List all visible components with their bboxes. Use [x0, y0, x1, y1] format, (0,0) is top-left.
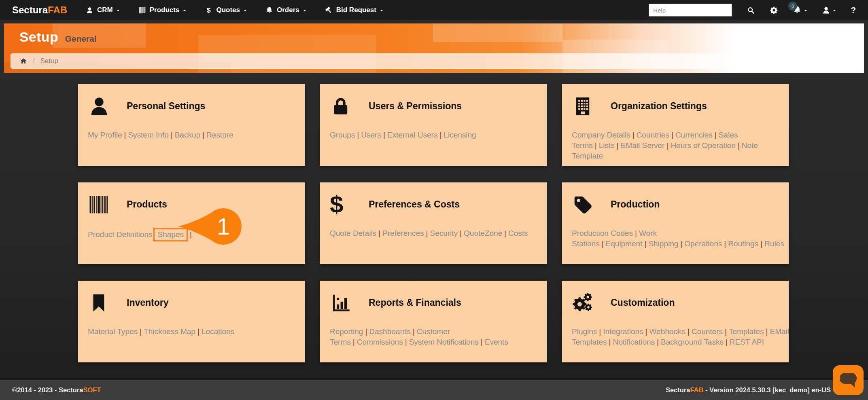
- link-licensing[interactable]: Licensing: [444, 131, 476, 139]
- link-material-types[interactable]: Material Types: [88, 327, 138, 336]
- link-countries[interactable]: Countries: [637, 131, 669, 139]
- card-customization: CustomizationPlugins|Integrations|Webhoo…: [562, 281, 789, 362]
- link-rest-api[interactable]: REST API: [730, 338, 764, 346]
- nav-item-products[interactable]: Products: [138, 6, 187, 14]
- link-groups[interactable]: Groups: [330, 131, 355, 139]
- home-icon[interactable]: [20, 57, 27, 65]
- link-operations[interactable]: Operations: [684, 239, 722, 248]
- top-navbar: SecturaFAB CRMProducts$QuotesOrdersBid R…: [0, 0, 868, 20]
- card-title: Preferences & Costs: [369, 199, 460, 210]
- link-thickness-map[interactable]: Thickness Map: [144, 327, 195, 336]
- link-quotezone[interactable]: QuoteZone: [464, 229, 502, 237]
- link-system-notifications[interactable]: System Notifications: [409, 338, 479, 346]
- nav-item-quotes[interactable]: $Quotes: [205, 6, 247, 14]
- barcode-icon: [138, 6, 146, 14]
- card-links: Groups|Users|External Users|Licensing: [330, 130, 537, 140]
- link-separator: |: [140, 327, 142, 336]
- link-commissions[interactable]: Commissions: [357, 338, 403, 346]
- link-separator: |: [645, 327, 647, 336]
- nav-item-orders[interactable]: Orders: [265, 6, 306, 14]
- link-separator: |: [197, 327, 199, 336]
- link-separator: |: [617, 141, 619, 150]
- link-system-info[interactable]: System Info: [128, 131, 168, 139]
- help-question-icon[interactable]: ?: [851, 5, 856, 15]
- page-header: Setup General / Setup: [4, 23, 864, 73]
- link-templates[interactable]: Templates: [729, 327, 764, 336]
- link-separator: |: [635, 229, 637, 237]
- link-events[interactable]: Events: [485, 338, 508, 346]
- link-backup[interactable]: Backup: [175, 131, 200, 139]
- bookmark-icon: [88, 292, 111, 314]
- brand-logo[interactable]: SecturaFAB: [12, 4, 67, 16]
- link-production-codes[interactable]: Production Codes: [572, 229, 633, 237]
- link-locations[interactable]: Locations: [202, 327, 234, 336]
- help-search-input[interactable]: [649, 4, 732, 17]
- nav-item-crm[interactable]: CRM: [86, 6, 120, 14]
- link-separator: |: [202, 131, 204, 139]
- user-icon: [86, 6, 93, 14]
- setup-page: SecturaFAB CRMProducts$QuotesOrdersBid R…: [0, 0, 868, 400]
- link-plugins[interactable]: Plugins: [572, 327, 597, 336]
- bell-icon: [265, 6, 273, 14]
- user-icon: [88, 95, 111, 118]
- link-users[interactable]: Users: [361, 131, 381, 139]
- card-organization-settings: Organization SettingsCompany Details|Cou…: [562, 84, 789, 166]
- link-separator: |: [726, 338, 728, 346]
- card-links: Material Types|Thickness Map|Locations: [88, 326, 295, 337]
- link-separator: |: [715, 131, 717, 139]
- search-icon[interactable]: [747, 6, 755, 15]
- link-security[interactable]: Security: [430, 229, 458, 237]
- barcode-icon: [88, 194, 111, 216]
- link-shapes[interactable]: Shapes: [157, 230, 183, 239]
- link-hours-of-operation[interactable]: Hours of Operation: [671, 141, 736, 150]
- link-lists[interactable]: Lists: [599, 141, 615, 150]
- link-reporting[interactable]: Reporting: [330, 327, 363, 336]
- footer: ©2014 - 2023 - SecturaSOFT SecturaFAB - …: [0, 378, 868, 400]
- link-integrations[interactable]: Integrations: [603, 327, 643, 336]
- link-separator: |: [602, 239, 604, 248]
- link-currencies[interactable]: Currencies: [675, 131, 713, 139]
- link-separator: |: [504, 229, 506, 237]
- link-rules[interactable]: Rules: [764, 239, 784, 248]
- link-separator: |: [171, 131, 173, 139]
- link-shipping[interactable]: Shipping: [648, 239, 678, 248]
- link-background-tasks[interactable]: Background Tasks: [661, 338, 724, 346]
- link-product-definitions[interactable]: Product Definitions: [88, 230, 152, 239]
- setup-sections-grid: Personal SettingsMy Profile|System Info|…: [78, 84, 789, 362]
- card-links: Production Codes|Work Stations|Equipment…: [572, 228, 779, 249]
- link-notifications[interactable]: Notifications: [613, 338, 655, 346]
- card-links: Plugins|Integrations|Webhooks|Counters|T…: [572, 326, 779, 347]
- link-counters[interactable]: Counters: [692, 327, 723, 336]
- link-company-details[interactable]: Company Details: [572, 131, 630, 139]
- link-separator: |: [190, 230, 192, 239]
- card-personal-settings: Personal SettingsMy Profile|System Info|…: [78, 84, 305, 166]
- link-separator: |: [365, 327, 367, 336]
- link-separator: |: [644, 239, 646, 248]
- notifications-bell-icon[interactable]: 0: [793, 6, 807, 15]
- link-email-server[interactable]: EMail Server: [621, 141, 665, 150]
- link-separator: |: [657, 338, 659, 346]
- card-title: Reports & Financials: [369, 297, 461, 308]
- link-quote-details[interactable]: Quote Details: [330, 229, 376, 237]
- link-external-users[interactable]: External Users: [387, 131, 438, 139]
- link-restore[interactable]: Restore: [206, 131, 233, 139]
- nav-item-bid-request[interactable]: Bid Request: [325, 6, 383, 14]
- card-title: Organization Settings: [611, 101, 707, 112]
- card-title: Users & Permissions: [369, 101, 462, 112]
- breadcrumb-separator: /: [33, 57, 34, 65]
- chart-icon: [330, 292, 353, 314]
- link-equipment[interactable]: Equipment: [606, 239, 643, 248]
- link-dashboards[interactable]: Dashboards: [369, 327, 410, 336]
- user-menu-icon[interactable]: [822, 6, 836, 15]
- dollar-icon: $: [330, 193, 353, 216]
- link-preferences[interactable]: Preferences: [382, 229, 424, 237]
- chevron-down-icon: [804, 10, 807, 13]
- gear-icon[interactable]: [770, 6, 778, 15]
- link-routings[interactable]: Routings: [728, 239, 758, 248]
- link-my-profile[interactable]: My Profile: [88, 131, 122, 139]
- chat-button[interactable]: [833, 365, 864, 395]
- link-separator: |: [426, 229, 428, 237]
- link-webhooks[interactable]: Webhooks: [649, 327, 685, 336]
- link-separator: |: [124, 131, 126, 139]
- link-costs[interactable]: Costs: [508, 229, 528, 237]
